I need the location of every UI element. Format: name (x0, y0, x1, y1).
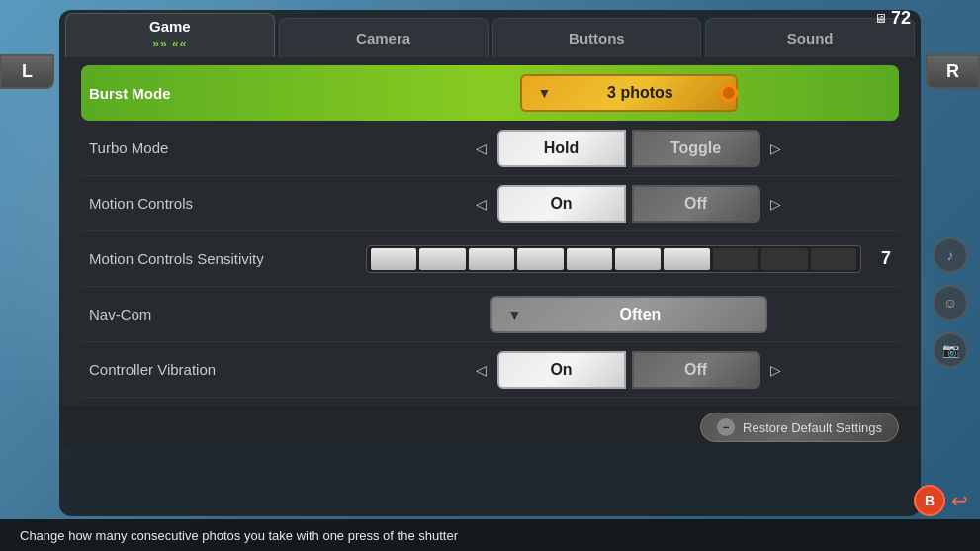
turbo-hold-btn[interactable]: Hold (497, 130, 626, 167)
slider-value: 7 (871, 248, 891, 269)
side-icon-music: ♪ (933, 237, 968, 273)
dropdown-arrow-icon: ▼ (538, 85, 552, 101)
vibration-label: Controller Vibration (89, 361, 366, 378)
turbo-mode-row: Turbo Mode ◁ Hold Toggle ▷ (81, 121, 899, 176)
motion-controls-label: Motion Controls (89, 195, 366, 212)
seg-7 (664, 248, 709, 270)
motion-chevron-right-icon: ▷ (766, 185, 786, 223)
dropdown-circle (720, 84, 738, 102)
r-button[interactable]: R (926, 54, 980, 89)
seg-2 (419, 248, 465, 270)
vibration-chevron-left-icon: ◁ (472, 351, 491, 389)
vibration-off-btn[interactable]: Off (632, 351, 760, 389)
vibration-on-btn[interactable]: On (497, 351, 626, 389)
bottom-bar: − Restore Default Settings (61, 406, 919, 449)
tab-camera[interactable]: Camera (279, 18, 489, 57)
back-arrow-icon: ↩ (951, 489, 968, 512)
settings-panel: Game »» «« Camera Buttons Sound Burst Mo… (59, 10, 921, 516)
tab-buttons[interactable]: Buttons (492, 18, 702, 57)
slider-bar (366, 245, 861, 273)
navcom-row: Nav-Com ▼ Often (81, 287, 899, 342)
vibration-control: ◁ On Off ▷ (366, 351, 891, 389)
burst-mode-control: ▼ 3 photos (366, 74, 891, 112)
navcom-arrow-icon: ▼ (508, 307, 522, 322)
burst-mode-row: Burst Mode ▼ 3 photos (81, 65, 899, 121)
motion-on-btn[interactable]: On (497, 185, 626, 223)
navcom-value: Often (531, 306, 749, 323)
motion-sensitivity-control: 7 (366, 245, 891, 273)
turbo-mode-control: ◁ Hold Toggle ▷ (366, 130, 891, 167)
motion-controls-row: Motion Controls ◁ On Off ▷ (81, 176, 899, 231)
seg-10 (811, 248, 856, 270)
motion-controls-control: ◁ On Off ▷ (366, 185, 891, 223)
seg-4 (517, 248, 563, 270)
seg-1 (371, 248, 416, 270)
motion-sensitivity-label: Motion Controls Sensitivity (89, 250, 366, 267)
restore-defaults-button[interactable]: − Restore Default Settings (700, 413, 899, 442)
status-bar: Change how many consecutive photos you t… (0, 519, 980, 551)
turbo-toggle-btn[interactable]: Toggle (632, 130, 760, 167)
sensitivity-slider[interactable]: 7 (366, 245, 891, 273)
navcom-control: ▼ Often (366, 296, 891, 333)
seg-8 (713, 248, 758, 270)
burst-mode-value: 3 photos (561, 84, 719, 102)
tab-game[interactable]: Game »» «« (65, 13, 275, 57)
side-icon-player: ☺ (933, 285, 968, 321)
status-text: Change how many consecutive photos you t… (20, 528, 458, 543)
side-icon-camera: 📷 (933, 332, 968, 368)
slider-segments (371, 248, 856, 270)
vibration-row: Controller Vibration ◁ On Off ▷ (81, 342, 899, 398)
turbo-mode-label: Turbo Mode (89, 139, 366, 156)
motion-off-btn[interactable]: Off (632, 185, 760, 223)
motion-chevron-left-icon: ◁ (472, 185, 491, 223)
turbo-chevron-left-icon: ◁ (472, 130, 491, 167)
burst-mode-dropdown[interactable]: ▼ 3 photos (520, 74, 738, 112)
motion-sensitivity-row: Motion Controls Sensitivity (81, 231, 899, 287)
restore-icon: − (717, 418, 735, 436)
l-button[interactable]: L (0, 54, 54, 89)
side-icons: ♪ ☺ 📷 (933, 237, 968, 368)
seg-9 (761, 248, 807, 270)
seg-5 (567, 248, 612, 270)
battery-level: 72 (891, 8, 911, 29)
bottom-right-buttons: B ↩ (914, 485, 968, 516)
tab-arrows: »» «« (152, 37, 187, 50)
navcom-dropdown[interactable]: ▼ Often (490, 296, 767, 333)
b-button[interactable]: B (914, 485, 945, 516)
seg-6 (615, 248, 661, 270)
battery-icon: 🖥 (874, 11, 887, 26)
seg-3 (469, 248, 514, 270)
settings-content: Burst Mode ▼ 3 photos Turbo Mode ◁ Hold … (61, 57, 919, 406)
vibration-chevron-right-icon: ▷ (766, 351, 786, 389)
top-bar: 🖥 72 (874, 8, 911, 29)
navcom-label: Nav-Com (89, 306, 366, 322)
turbo-chevron-right-icon: ▷ (766, 130, 786, 167)
tabs-bar: Game »» «« Camera Buttons Sound (59, 10, 921, 57)
burst-mode-label: Burst Mode (89, 85, 366, 102)
restore-label: Restore Default Settings (743, 420, 882, 435)
